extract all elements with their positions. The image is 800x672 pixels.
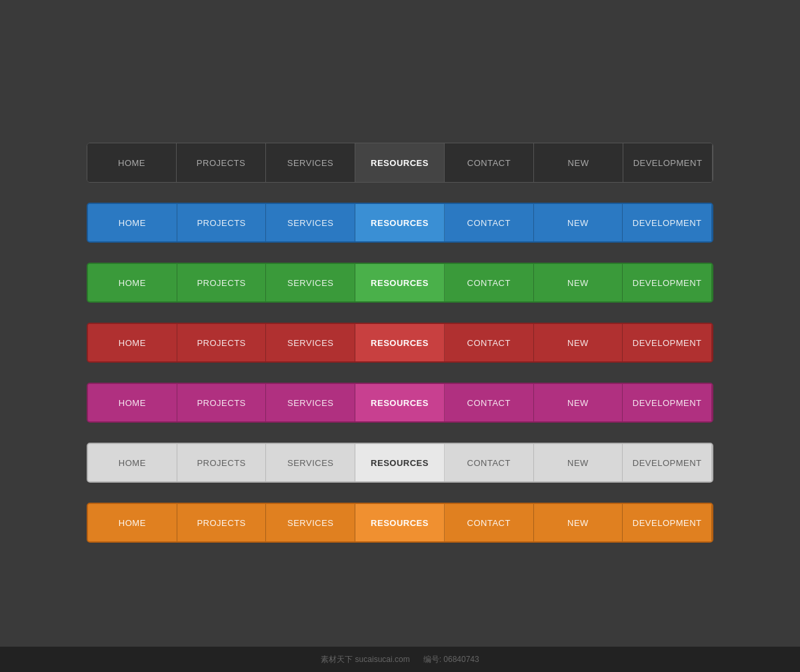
- nav-item-development-blue[interactable]: DEVELOPMENT: [623, 204, 712, 241]
- nav-item-new-orange[interactable]: NEW: [534, 504, 623, 541]
- nav-item-new-red[interactable]: NEW: [534, 324, 623, 361]
- nav-item-development-pink[interactable]: DEVELOPMENT: [623, 384, 712, 421]
- nav-item-contact-pink[interactable]: CONTACT: [445, 384, 534, 421]
- navbar-green: HOMEPROJECTSSERVICESRESOURCESCONTACTNEWD…: [87, 263, 713, 303]
- nav-item-services-green[interactable]: SERVICES: [266, 264, 355, 301]
- nav-item-development-orange[interactable]: DEVELOPMENT: [623, 504, 712, 541]
- nav-item-new-dark[interactable]: NEW: [534, 143, 623, 182]
- nav-item-home-orange[interactable]: HOME: [88, 504, 177, 541]
- nav-item-contact-green[interactable]: CONTACT: [445, 264, 534, 301]
- nav-item-home-white[interactable]: HOME: [88, 444, 177, 481]
- nav-item-resources-red[interactable]: RESOURCES: [355, 324, 445, 361]
- nav-item-services-blue[interactable]: SERVICES: [266, 204, 355, 241]
- nav-item-resources-orange[interactable]: RESOURCES: [355, 504, 445, 541]
- nav-item-new-pink[interactable]: NEW: [534, 384, 623, 421]
- nav-item-contact-white[interactable]: CONTACT: [445, 444, 534, 481]
- nav-item-home-blue[interactable]: HOME: [88, 204, 177, 241]
- nav-item-development-white[interactable]: DEVELOPMENT: [623, 444, 712, 481]
- nav-item-development-dark[interactable]: DEVELOPMENT: [623, 143, 713, 182]
- navbar-white: HOMEPROJECTSSERVICESRESOURCESCONTACTNEWD…: [87, 443, 713, 483]
- nav-item-services-dark[interactable]: SERVICES: [266, 143, 355, 182]
- nav-item-services-orange[interactable]: SERVICES: [266, 504, 355, 541]
- nav-item-projects-green[interactable]: PROJECTS: [177, 264, 267, 301]
- watermark-site: 素材天下 sucaisucai.com: [321, 654, 409, 665]
- nav-item-resources-pink[interactable]: RESOURCES: [355, 384, 445, 421]
- nav-item-projects-orange[interactable]: PROJECTS: [177, 504, 267, 541]
- nav-item-new-blue[interactable]: NEW: [534, 204, 623, 241]
- nav-showcase: HOMEPROJECTSSERVICESRESOURCESCONTACTNEWD…: [0, 89, 800, 583]
- nav-item-contact-blue[interactable]: CONTACT: [445, 204, 534, 241]
- nav-item-new-white[interactable]: NEW: [534, 444, 623, 481]
- navbar-orange: HOMEPROJECTSSERVICESRESOURCESCONTACTNEWD…: [87, 503, 713, 543]
- nav-item-development-red[interactable]: DEVELOPMENT: [623, 324, 712, 361]
- navbar-pink: HOMEPROJECTSSERVICESRESOURCESCONTACTNEWD…: [87, 383, 713, 423]
- nav-item-services-white[interactable]: SERVICES: [266, 444, 355, 481]
- nav-item-contact-orange[interactable]: CONTACT: [445, 504, 534, 541]
- nav-item-services-pink[interactable]: SERVICES: [266, 384, 355, 421]
- nav-item-resources-blue[interactable]: RESOURCES: [355, 204, 445, 241]
- nav-item-development-green[interactable]: DEVELOPMENT: [623, 264, 712, 301]
- nav-item-resources-dark[interactable]: RESOURCES: [355, 143, 445, 182]
- nav-item-new-green[interactable]: NEW: [534, 264, 623, 301]
- nav-item-resources-white[interactable]: RESOURCES: [355, 444, 445, 481]
- watermark-bar: 素材天下 sucaisucai.com 编号: 06840743: [0, 647, 800, 672]
- nav-item-services-red[interactable]: SERVICES: [266, 324, 355, 361]
- nav-item-contact-red[interactable]: CONTACT: [445, 324, 534, 361]
- nav-item-home-pink[interactable]: HOME: [88, 384, 177, 421]
- nav-item-projects-red[interactable]: PROJECTS: [177, 324, 267, 361]
- nav-item-resources-green[interactable]: RESOURCES: [355, 264, 445, 301]
- nav-item-home-red[interactable]: HOME: [88, 324, 177, 361]
- navbar-red: HOMEPROJECTSSERVICESRESOURCESCONTACTNEWD…: [87, 323, 713, 363]
- nav-item-home-dark[interactable]: HOME: [87, 143, 177, 182]
- navbar-blue: HOMEPROJECTSSERVICESRESOURCESCONTACTNEWD…: [87, 203, 713, 243]
- nav-item-home-green[interactable]: HOME: [88, 264, 177, 301]
- watermark-id: 编号: 06840743: [423, 654, 479, 665]
- nav-item-projects-white[interactable]: PROJECTS: [177, 444, 267, 481]
- nav-item-contact-dark[interactable]: CONTACT: [445, 143, 534, 182]
- nav-item-projects-blue[interactable]: PROJECTS: [177, 204, 267, 241]
- nav-item-projects-dark[interactable]: PROJECTS: [177, 143, 266, 182]
- navbar-dark: HOMEPROJECTSSERVICESRESOURCESCONTACTNEWD…: [87, 143, 713, 183]
- nav-item-projects-pink[interactable]: PROJECTS: [177, 384, 267, 421]
